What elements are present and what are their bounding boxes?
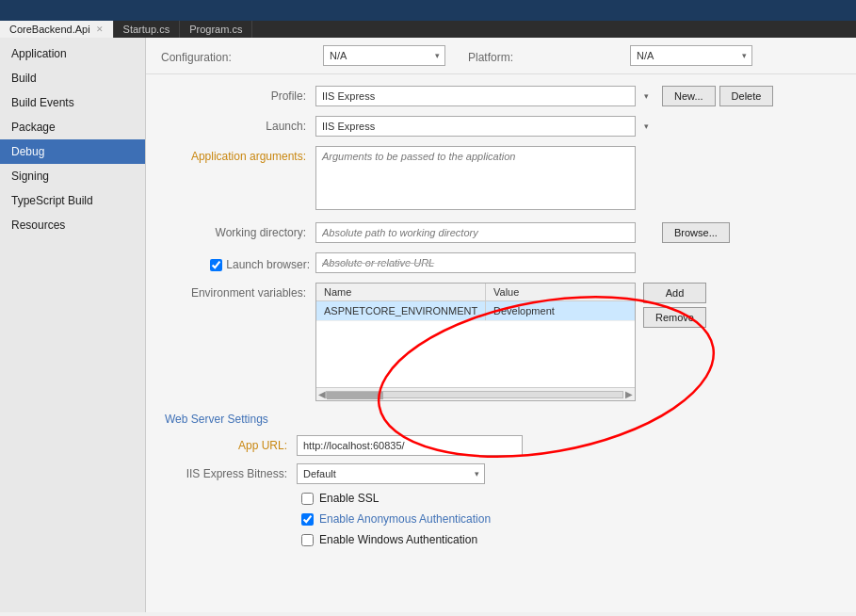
config-bar: Configuration: N/A ▾ Platform: N/A ▾ bbox=[146, 38, 856, 74]
enable-anon-auth-row: Enable Anonymous Authentication bbox=[301, 512, 837, 526]
env-vars-row: Environment variables: Name Value ASPNET… bbox=[165, 283, 837, 401]
app-url-input[interactable] bbox=[297, 435, 523, 456]
platform-label: Platform: bbox=[468, 47, 619, 64]
env-scroll-left-arrow-icon: ◀ bbox=[318, 389, 326, 399]
config-label: Configuration: bbox=[161, 47, 312, 64]
iis-bitness-select[interactable]: Default32-bit64-bit bbox=[297, 463, 485, 484]
configuration-dropdown-wrap: N/A ▾ bbox=[323, 45, 445, 66]
web-server-section: Web Server Settings App URL: IIS Express… bbox=[165, 413, 837, 546]
env-scrollbar-track[interactable] bbox=[326, 391, 623, 398]
launch-browser-row: Launch browser: bbox=[165, 252, 837, 273]
remove-env-button[interactable]: Remove bbox=[643, 307, 706, 328]
main-layout: Application Build Build Events Package D… bbox=[0, 38, 856, 612]
tabs-row: CoreBackend.Api ✕ Startup.cs Program.cs bbox=[0, 21, 856, 38]
iis-bitness-row: IIS Express Bitness: Default32-bit64-bit… bbox=[165, 463, 837, 484]
new-profile-button[interactable]: New... bbox=[662, 86, 716, 106]
launch-control: IIS Express ▾ bbox=[315, 116, 654, 137]
env-scrollbar[interactable]: ◀ ▶ bbox=[316, 387, 635, 400]
env-scrollbar-thumb[interactable] bbox=[327, 392, 383, 399]
sidebar-item-signing[interactable]: Signing bbox=[0, 164, 145, 188]
web-server-title: Web Server Settings bbox=[165, 413, 837, 426]
working-dir-row: Working directory: Browse... bbox=[165, 222, 837, 243]
enable-anon-auth-label: Enable Anonymous Authentication bbox=[319, 512, 491, 526]
platform-select[interactable]: N/A bbox=[630, 45, 752, 66]
env-table-row[interactable]: ASPNETCORE_ENVIRONMENT Development bbox=[316, 301, 635, 321]
enable-windows-auth-checkbox[interactable] bbox=[301, 534, 314, 546]
env-row-value: Development bbox=[486, 301, 635, 320]
profile-select[interactable]: IIS Express bbox=[315, 86, 636, 106]
enable-ssl-checkbox[interactable] bbox=[301, 493, 314, 505]
tab-startup[interactable]: Startup.cs bbox=[114, 21, 181, 38]
content-area: Configuration: N/A ▾ Platform: N/A ▾ Pro… bbox=[146, 38, 856, 612]
tab-close-icon[interactable]: ✕ bbox=[96, 24, 104, 34]
launch-select[interactable]: IIS Express bbox=[315, 116, 636, 137]
env-table: Name Value ASPNETCORE_ENVIRONMENT Develo… bbox=[315, 283, 636, 401]
app-args-row: Application arguments: bbox=[165, 146, 837, 213]
configuration-select[interactable]: N/A bbox=[323, 45, 445, 66]
sidebar-item-package[interactable]: Package bbox=[0, 115, 145, 139]
sidebar: Application Build Build Events Package D… bbox=[0, 38, 146, 612]
add-env-button[interactable]: Add bbox=[643, 283, 706, 303]
app-args-textarea[interactable] bbox=[315, 146, 636, 210]
app-url-label: App URL: bbox=[165, 439, 297, 452]
profile-dropdown-arrow-icon: ▾ bbox=[644, 91, 649, 101]
launch-row: Launch: IIS Express ▾ bbox=[165, 116, 837, 137]
env-table-header: Name Value bbox=[316, 284, 635, 301]
sidebar-item-debug[interactable]: Debug bbox=[0, 139, 145, 164]
profile-control: IIS Express ▾ bbox=[315, 86, 654, 106]
working-dir-input[interactable] bbox=[315, 222, 636, 243]
platform-dropdown-wrap: N/A ▾ bbox=[630, 45, 752, 66]
working-dir-control bbox=[315, 222, 654, 243]
iis-bitness-label: IIS Express Bitness: bbox=[165, 467, 297, 480]
env-scroll-right-arrow-icon: ▶ bbox=[625, 389, 633, 399]
enable-windows-auth-row: Enable Windows Authentication bbox=[301, 533, 837, 546]
env-value-header: Value bbox=[486, 284, 635, 300]
launch-browser-label: Launch browser: bbox=[165, 254, 315, 271]
delete-profile-button[interactable]: Delete bbox=[719, 86, 774, 106]
profile-dropdown-wrap: IIS Express ▾ bbox=[315, 86, 654, 106]
launch-dropdown-wrap: IIS Express ▾ bbox=[315, 116, 654, 137]
enable-ssl-label: Enable SSL bbox=[319, 492, 379, 505]
sidebar-item-application[interactable]: Application bbox=[0, 41, 145, 66]
env-table-empty-space bbox=[316, 321, 635, 387]
env-table-container: Name Value ASPNETCORE_ENVIRONMENT Develo… bbox=[315, 283, 636, 401]
launch-browser-url-control bbox=[315, 252, 654, 273]
working-dir-label: Working directory: bbox=[165, 222, 315, 239]
launch-dropdown-arrow-icon: ▾ bbox=[644, 122, 649, 131]
sidebar-item-typescript-build[interactable]: TypeScript Build bbox=[0, 188, 145, 213]
sidebar-item-build-events[interactable]: Build Events bbox=[0, 90, 145, 115]
tab-corebackend[interactable]: CoreBackend.Api ✕ bbox=[0, 21, 114, 38]
app-url-row: App URL: bbox=[165, 435, 837, 456]
launch-browser-url-input[interactable] bbox=[315, 252, 636, 273]
profile-label: Profile: bbox=[165, 86, 315, 103]
app-args-label: Application arguments: bbox=[165, 146, 315, 163]
env-vars-label: Environment variables: bbox=[165, 283, 315, 300]
tab-program[interactable]: Program.cs bbox=[180, 21, 252, 38]
title-bar bbox=[0, 0, 856, 21]
browse-button[interactable]: Browse... bbox=[662, 222, 730, 243]
launch-browser-checkbox[interactable] bbox=[210, 259, 222, 271]
launch-label: Launch: bbox=[165, 116, 315, 133]
sidebar-item-resources[interactable]: Resources bbox=[0, 213, 145, 237]
profile-buttons: New... Delete bbox=[662, 86, 773, 106]
env-name-header: Name bbox=[316, 284, 486, 300]
sidebar-item-build[interactable]: Build bbox=[0, 66, 145, 90]
form-section: Profile: IIS Express ▾ New... Delete Lau bbox=[146, 74, 856, 565]
enable-windows-auth-label: Enable Windows Authentication bbox=[319, 533, 477, 546]
app-args-control bbox=[315, 146, 636, 213]
env-buttons: Add Remove bbox=[643, 283, 706, 328]
env-row-name: ASPNETCORE_ENVIRONMENT bbox=[316, 301, 486, 320]
iis-bitness-dropdown-wrap: Default32-bit64-bit ▾ bbox=[297, 463, 485, 484]
enable-ssl-row: Enable SSL bbox=[301, 492, 837, 505]
enable-anon-auth-checkbox[interactable] bbox=[301, 513, 314, 526]
profile-row: Profile: IIS Express ▾ New... Delete bbox=[165, 86, 837, 106]
